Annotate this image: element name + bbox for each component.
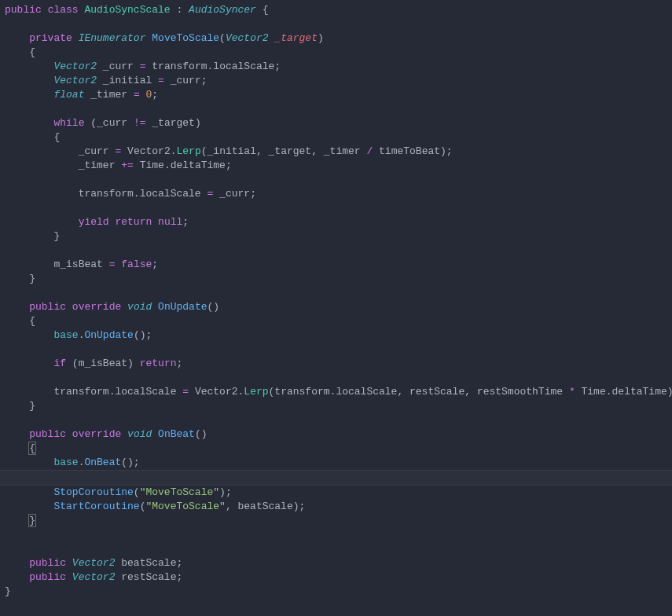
method-call: OnBeat xyxy=(84,456,121,468)
property: localScale xyxy=(115,386,176,398)
return-type: void xyxy=(127,301,152,313)
code-line[interactable]: } xyxy=(5,229,667,244)
string-literal: "MoveToScale" xyxy=(145,500,225,512)
identifier: _curr xyxy=(219,188,250,200)
identifier: beatScale xyxy=(237,500,292,512)
code-line[interactable]: Vector2 _initial = _curr; xyxy=(5,74,667,88)
code-editor[interactable]: public class AudioSyncScale : AudioSynce… xyxy=(0,0,672,602)
identifier: restScale xyxy=(409,386,465,398)
identifier: transform xyxy=(79,188,134,200)
code-line[interactable] xyxy=(5,371,667,385)
identifier: transform xyxy=(274,386,329,398)
var-type: float xyxy=(53,89,84,101)
type-ref: Time xyxy=(582,386,606,398)
code-line[interactable]: public class AudioSyncScale : AudioSynce… xyxy=(5,3,667,17)
code-line[interactable]: { xyxy=(5,314,667,328)
code-line[interactable] xyxy=(5,244,667,258)
keyword-public: public xyxy=(29,571,66,583)
param-type: Vector2 xyxy=(226,32,269,44)
code-line[interactable]: public override void OnUpdate() xyxy=(5,300,667,314)
property: deltaTime xyxy=(612,386,667,398)
code-line[interactable]: { xyxy=(5,130,667,145)
keyword-public: public xyxy=(29,557,66,569)
type-ref: Time xyxy=(140,160,164,171)
code-line[interactable]: base.OnUpdate(); xyxy=(5,328,667,343)
code-line[interactable]: transform.localScale = _curr; xyxy=(5,187,667,201)
code-line[interactable] xyxy=(5,102,667,116)
method-name: OnBeat xyxy=(158,428,195,440)
keyword-yield: yield xyxy=(79,216,109,228)
identifier: _target xyxy=(269,145,312,157)
code-line[interactable]: yield return null; xyxy=(5,215,667,229)
property: localScale xyxy=(336,386,397,398)
property: localScale xyxy=(213,60,274,72)
code-line[interactable] xyxy=(5,413,667,427)
keyword-if: if xyxy=(53,358,66,369)
code-line-active[interactable] xyxy=(0,470,672,486)
method-call: OnUpdate xyxy=(84,329,133,341)
code-line[interactable] xyxy=(5,343,667,357)
var-type: Vector2 xyxy=(53,75,97,86)
identifier: _timer xyxy=(324,145,361,157)
keyword-base: base xyxy=(53,456,78,468)
identifier: m_isBeat xyxy=(79,358,127,369)
code-line[interactable]: base.OnBeat(); xyxy=(5,456,667,470)
code-line[interactable]: } xyxy=(5,272,667,286)
keyword-public: public xyxy=(5,4,42,16)
identifier: _curr xyxy=(171,75,201,86)
code-line[interactable]: Vector2 _curr = transform.localScale; xyxy=(5,60,667,74)
return-type: void xyxy=(127,428,152,440)
method-call: Lerp xyxy=(244,386,268,398)
code-line[interactable] xyxy=(5,17,667,31)
keyword-return: return xyxy=(140,358,177,369)
code-line[interactable] xyxy=(5,201,667,215)
base-class: AudioSyncer xyxy=(189,4,256,16)
identifier: timeToBeat xyxy=(379,145,440,157)
code-line[interactable]: float _timer = 0; xyxy=(5,88,667,102)
code-line[interactable]: public Vector2 restScale; xyxy=(5,570,667,585)
code-line[interactable]: } xyxy=(5,585,667,599)
identifier: restSmoothTime xyxy=(477,386,563,398)
var-name: _initial xyxy=(103,75,152,86)
type-ref: Vector2 xyxy=(127,145,171,157)
identifier: _target xyxy=(152,117,195,129)
identifier: _initial xyxy=(207,145,256,157)
class-name: AudioSyncScale xyxy=(84,4,170,16)
keyword-override: override xyxy=(72,428,121,440)
code-line[interactable]: { xyxy=(5,46,667,60)
operator: != xyxy=(134,117,146,129)
var-name: _timer xyxy=(90,89,127,101)
code-line[interactable]: public Vector2 beatScale; xyxy=(5,556,667,570)
identifier: transform xyxy=(53,386,108,398)
keyword-while: while xyxy=(53,117,84,129)
code-line[interactable]: private IEnumerator MoveToScale(Vector2 … xyxy=(5,31,667,46)
identifier: _curr xyxy=(97,117,127,129)
code-line[interactable]: _timer += Time.deltaTime; xyxy=(5,159,667,173)
keyword-private: private xyxy=(29,32,72,44)
code-line[interactable] xyxy=(5,286,667,300)
code-line[interactable]: transform.localScale = Vector2.Lerp(tran… xyxy=(5,385,667,399)
code-line[interactable]: m_isBeat = false; xyxy=(5,258,667,272)
field-type: Vector2 xyxy=(72,557,116,569)
code-line[interactable]: } xyxy=(5,399,667,413)
code-line[interactable]: if (m_isBeat) return; xyxy=(5,357,667,371)
code-line[interactable] xyxy=(5,528,667,542)
code-line[interactable]: while (_curr != _target) xyxy=(5,116,667,130)
property: deltaTime xyxy=(171,160,226,171)
code-line[interactable]: _curr = Vector2.Lerp(_initial, _target, … xyxy=(5,145,667,159)
method-call: StartCoroutine xyxy=(53,500,139,512)
identifier: _timer xyxy=(79,160,116,171)
field-name: beatScale xyxy=(121,557,176,569)
code-line[interactable]: public override void OnBeat() xyxy=(5,427,667,442)
code-line[interactable] xyxy=(5,173,667,187)
field-name: restScale xyxy=(121,571,176,583)
string-literal: "MoveToScale" xyxy=(140,486,219,498)
keyword-return: return xyxy=(115,216,152,228)
operator: += xyxy=(121,160,134,171)
code-line[interactable]: } xyxy=(5,514,667,528)
code-line[interactable]: StopCoroutine("MoveToScale"); xyxy=(5,486,667,500)
code-line[interactable] xyxy=(5,542,667,556)
operator: * xyxy=(569,386,575,398)
code-line[interactable]: { xyxy=(5,442,667,456)
code-line[interactable]: StartCoroutine("MoveToScale", beatScale)… xyxy=(5,500,667,514)
